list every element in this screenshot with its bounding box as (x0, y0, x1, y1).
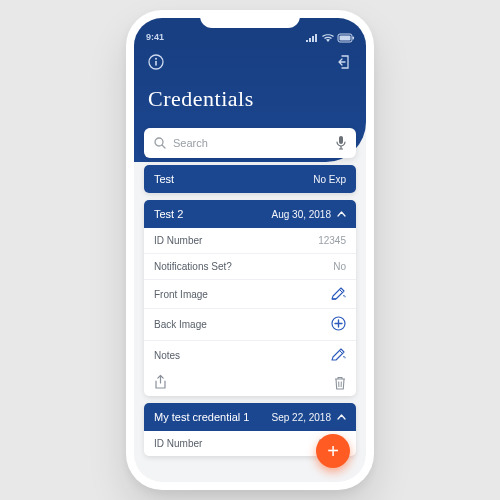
add-credential-fab[interactable]: + (316, 434, 350, 468)
svg-rect-0 (306, 40, 308, 42)
row-label: Notes (154, 350, 180, 361)
credential-name: Test (154, 173, 174, 185)
chevron-up-icon (337, 414, 346, 420)
exit-button[interactable] (336, 54, 352, 70)
svg-rect-6 (353, 37, 355, 40)
detail-row[interactable]: Back Image (144, 309, 356, 341)
row-value: 12345 (318, 235, 346, 246)
svg-rect-2 (312, 36, 314, 42)
signal-icon (306, 34, 318, 42)
credential-expiry: Aug 30, 2018 (272, 209, 332, 220)
trash-icon (334, 376, 346, 390)
screen: 9:41 Credentials (134, 18, 366, 482)
status-time: 9:41 (146, 32, 164, 42)
phone-frame: 9:41 Credentials (126, 10, 374, 490)
page-title: Credentials (148, 86, 352, 112)
row-value: No (333, 261, 346, 272)
info-icon (148, 54, 164, 70)
card-header[interactable]: My test credential 1 Sep 22, 2018 (144, 403, 356, 431)
detail-row[interactable]: Notifications Set? No (144, 254, 356, 280)
content-area: Test No Exp Test 2 Aug 30, 2018 ID Numbe… (134, 128, 366, 456)
row-label: Notifications Set? (154, 261, 232, 272)
credential-card: Test 2 Aug 30, 2018 ID Number 12345 Noti… (144, 200, 356, 396)
chevron-up-icon (337, 211, 346, 217)
svg-line-11 (162, 145, 165, 148)
detail-row[interactable]: Front Image (144, 280, 356, 309)
svg-point-8 (155, 58, 157, 60)
row-label: ID Number (154, 235, 202, 246)
svg-rect-9 (155, 61, 157, 66)
share-button[interactable] (154, 375, 167, 390)
detail-row[interactable]: Notes (144, 341, 356, 369)
wifi-icon (322, 34, 334, 42)
info-button[interactable] (148, 54, 164, 70)
card-header[interactable]: Test No Exp (144, 165, 356, 193)
svg-rect-1 (309, 38, 311, 42)
credential-name: Test 2 (154, 208, 183, 220)
plus-icon: + (327, 441, 339, 461)
device-notch (200, 10, 300, 28)
battery-icon (338, 34, 354, 42)
svg-rect-12 (339, 136, 343, 144)
edit-icon[interactable] (332, 287, 346, 301)
credential-name: My test credential 1 (154, 411, 249, 423)
search-input[interactable] (173, 137, 329, 149)
credential-card: Test No Exp (144, 165, 356, 193)
svg-rect-5 (340, 36, 351, 41)
row-label: ID Number (154, 438, 202, 449)
edit-icon[interactable] (332, 348, 346, 362)
row-label: Front Image (154, 289, 208, 300)
detail-row[interactable]: ID Number 12345 (144, 228, 356, 254)
svg-rect-3 (315, 34, 317, 42)
credential-expiry: No Exp (313, 174, 346, 185)
share-icon (154, 375, 167, 390)
row-label: Back Image (154, 319, 207, 330)
search-box[interactable] (144, 128, 356, 158)
card-header[interactable]: Test 2 Aug 30, 2018 (144, 200, 356, 228)
mic-icon[interactable] (336, 136, 346, 150)
search-icon (154, 137, 166, 149)
credential-expiry: Sep 22, 2018 (272, 412, 332, 423)
status-indicators (306, 34, 354, 42)
svg-line-15 (340, 290, 343, 293)
add-icon[interactable] (331, 316, 346, 333)
exit-icon (336, 54, 352, 70)
svg-line-19 (340, 351, 343, 354)
delete-button[interactable] (334, 376, 346, 390)
card-footer (144, 369, 356, 396)
